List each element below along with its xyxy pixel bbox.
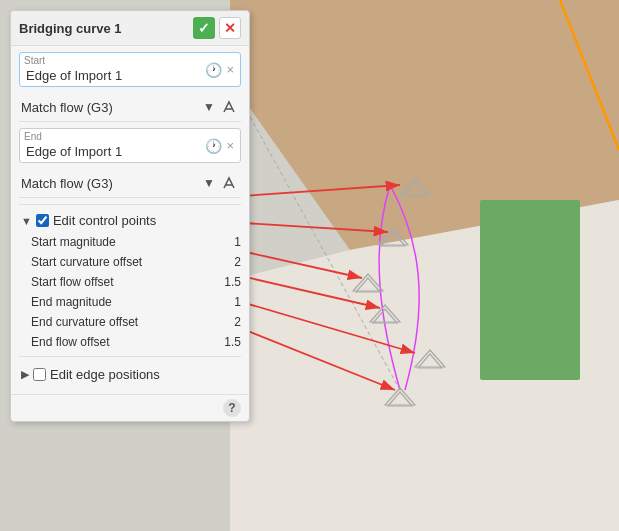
ee-checkbox[interactable] <box>33 368 46 381</box>
end-magnitude-label: End magnitude <box>31 295 211 309</box>
svg-rect-3 <box>480 200 580 380</box>
start-match-flow-label: Match flow (G3) <box>21 100 203 115</box>
end-clear-icon[interactable]: × <box>224 138 236 153</box>
control-points-body: Start magnitude 1 Start curvature offset… <box>19 232 241 352</box>
cp-label: Edit control points <box>53 213 156 228</box>
start-magnitude-label: Start magnitude <box>31 235 211 249</box>
end-match-flow-row[interactable]: Match flow (G3) ▼ <box>19 169 241 198</box>
cp-expand-icon: ▼ <box>21 215 32 227</box>
divider-1 <box>19 204 241 205</box>
param-row-end-flow: End flow offset 1.5 <box>31 332 241 352</box>
panel-header-buttons: ✓ ✕ <box>193 17 241 39</box>
end-field-group: End 🕐 × <box>19 128 241 163</box>
end-match-flow-label: Match flow (G3) <box>21 176 203 191</box>
cancel-button[interactable]: ✕ <box>219 17 241 39</box>
panel-footer: ? <box>11 394 249 421</box>
start-input[interactable] <box>24 67 196 84</box>
param-row-start-magnitude: Start magnitude 1 <box>31 232 241 252</box>
panel-title: Bridging curve 1 <box>19 21 122 36</box>
end-clock-icon[interactable]: 🕐 <box>203 138 224 154</box>
start-match-flow-dropdown-icon: ▼ <box>203 100 215 114</box>
edit-control-points-header[interactable]: ▼ Edit control points <box>19 209 241 232</box>
end-curvature-value: 2 <box>211 315 241 329</box>
panel-body: Start 🕐 × Match flow (G3) ▼ End <box>11 46 249 394</box>
start-magnitude-value: 1 <box>211 235 241 249</box>
end-label: End <box>24 131 203 142</box>
start-match-flow-action-icon[interactable] <box>219 97 239 117</box>
start-clock-icon[interactable]: 🕐 <box>203 62 224 78</box>
cp-checkbox[interactable] <box>36 214 49 227</box>
end-flow-label: End flow offset <box>31 335 211 349</box>
end-magnitude-value: 1 <box>211 295 241 309</box>
help-icon[interactable]: ? <box>223 399 241 417</box>
end-match-flow-action-icon[interactable] <box>219 173 239 193</box>
start-input-row[interactable]: Start 🕐 × <box>19 52 241 87</box>
start-label: Start <box>24 55 203 66</box>
param-row-start-curvature: Start curvature offset 2 <box>31 252 241 272</box>
bridging-curve-panel: Bridging curve 1 ✓ ✕ Start 🕐 × Match flo… <box>10 10 250 422</box>
end-input-row[interactable]: End 🕐 × <box>19 128 241 163</box>
end-curvature-label: End curvature offset <box>31 315 211 329</box>
start-field-group: Start 🕐 × <box>19 52 241 87</box>
end-input[interactable] <box>24 143 196 160</box>
start-curvature-label: Start curvature offset <box>31 255 211 269</box>
edit-edge-positions-row[interactable]: ▶ Edit edge positions <box>19 361 241 388</box>
ee-label: Edit edge positions <box>50 367 160 382</box>
panel-header: Bridging curve 1 ✓ ✕ <box>11 11 249 46</box>
param-row-end-magnitude: End magnitude 1 <box>31 292 241 312</box>
start-match-flow-row[interactable]: Match flow (G3) ▼ <box>19 93 241 122</box>
end-flow-value: 1.5 <box>211 335 241 349</box>
param-row-end-curvature: End curvature offset 2 <box>31 312 241 332</box>
start-curvature-value: 2 <box>211 255 241 269</box>
param-row-start-flow: Start flow offset 1.5 <box>31 272 241 292</box>
start-flow-label: Start flow offset <box>31 275 211 289</box>
start-flow-value: 1.5 <box>211 275 241 289</box>
start-clear-icon[interactable]: × <box>224 62 236 77</box>
divider-2 <box>19 356 241 357</box>
end-match-flow-dropdown-icon: ▼ <box>203 176 215 190</box>
ok-button[interactable]: ✓ <box>193 17 215 39</box>
ee-expand-icon: ▶ <box>21 368 29 381</box>
